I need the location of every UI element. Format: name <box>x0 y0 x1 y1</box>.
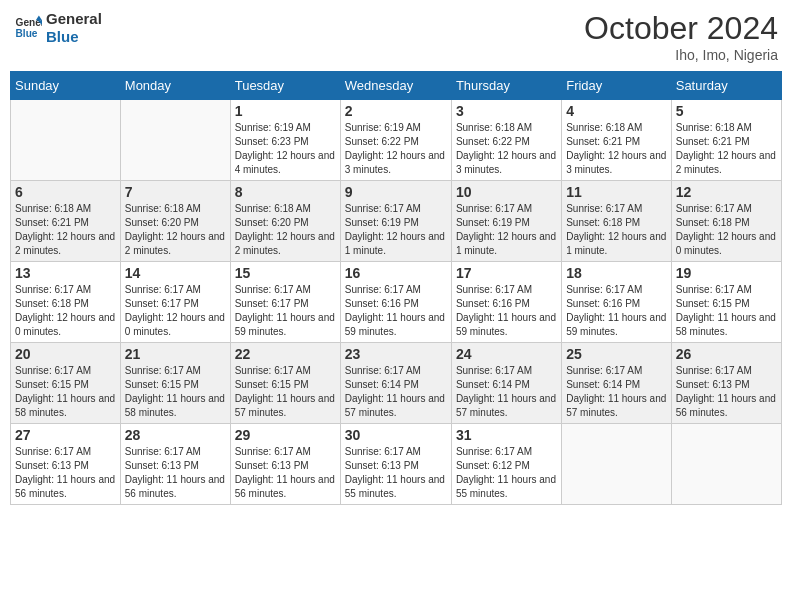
calendar-cell: 12Sunrise: 6:17 AM Sunset: 6:18 PM Dayli… <box>671 181 781 262</box>
day-number: 28 <box>125 427 226 443</box>
calendar-week-row: 13Sunrise: 6:17 AM Sunset: 6:18 PM Dayli… <box>11 262 782 343</box>
month-title: October 2024 <box>584 10 778 47</box>
day-of-week-header: Friday <box>562 72 672 100</box>
day-info: Sunrise: 6:19 AM Sunset: 6:22 PM Dayligh… <box>345 121 447 177</box>
day-number: 2 <box>345 103 447 119</box>
logo-general: General <box>46 10 102 28</box>
page-header: General Blue General Blue October 2024 I… <box>10 10 782 63</box>
calendar-cell: 31Sunrise: 6:17 AM Sunset: 6:12 PM Dayli… <box>451 424 561 505</box>
day-info: Sunrise: 6:17 AM Sunset: 6:15 PM Dayligh… <box>125 364 226 420</box>
title-area: October 2024 Iho, Imo, Nigeria <box>584 10 778 63</box>
calendar-cell: 8Sunrise: 6:18 AM Sunset: 6:20 PM Daylig… <box>230 181 340 262</box>
calendar-cell: 18Sunrise: 6:17 AM Sunset: 6:16 PM Dayli… <box>562 262 672 343</box>
calendar-cell <box>120 100 230 181</box>
day-number: 8 <box>235 184 336 200</box>
day-number: 6 <box>15 184 116 200</box>
day-number: 25 <box>566 346 667 362</box>
calendar-cell: 13Sunrise: 6:17 AM Sunset: 6:18 PM Dayli… <box>11 262 121 343</box>
calendar-week-row: 27Sunrise: 6:17 AM Sunset: 6:13 PM Dayli… <box>11 424 782 505</box>
day-info: Sunrise: 6:17 AM Sunset: 6:13 PM Dayligh… <box>125 445 226 501</box>
day-number: 18 <box>566 265 667 281</box>
day-number: 4 <box>566 103 667 119</box>
day-info: Sunrise: 6:17 AM Sunset: 6:16 PM Dayligh… <box>456 283 557 339</box>
calendar-cell <box>671 424 781 505</box>
day-info: Sunrise: 6:18 AM Sunset: 6:21 PM Dayligh… <box>676 121 777 177</box>
calendar-cell: 7Sunrise: 6:18 AM Sunset: 6:20 PM Daylig… <box>120 181 230 262</box>
day-info: Sunrise: 6:18 AM Sunset: 6:21 PM Dayligh… <box>566 121 667 177</box>
day-number: 5 <box>676 103 777 119</box>
day-info: Sunrise: 6:17 AM Sunset: 6:19 PM Dayligh… <box>456 202 557 258</box>
day-number: 27 <box>15 427 116 443</box>
calendar-cell: 3Sunrise: 6:18 AM Sunset: 6:22 PM Daylig… <box>451 100 561 181</box>
calendar-cell: 9Sunrise: 6:17 AM Sunset: 6:19 PM Daylig… <box>340 181 451 262</box>
calendar-cell: 25Sunrise: 6:17 AM Sunset: 6:14 PM Dayli… <box>562 343 672 424</box>
location-subtitle: Iho, Imo, Nigeria <box>584 47 778 63</box>
day-number: 17 <box>456 265 557 281</box>
day-info: Sunrise: 6:17 AM Sunset: 6:19 PM Dayligh… <box>345 202 447 258</box>
day-info: Sunrise: 6:17 AM Sunset: 6:18 PM Dayligh… <box>566 202 667 258</box>
calendar-cell: 5Sunrise: 6:18 AM Sunset: 6:21 PM Daylig… <box>671 100 781 181</box>
calendar-header-row: SundayMondayTuesdayWednesdayThursdayFrid… <box>11 72 782 100</box>
day-number: 21 <box>125 346 226 362</box>
day-info: Sunrise: 6:17 AM Sunset: 6:14 PM Dayligh… <box>456 364 557 420</box>
day-number: 26 <box>676 346 777 362</box>
day-of-week-header: Thursday <box>451 72 561 100</box>
day-info: Sunrise: 6:17 AM Sunset: 6:15 PM Dayligh… <box>15 364 116 420</box>
calendar-week-row: 6Sunrise: 6:18 AM Sunset: 6:21 PM Daylig… <box>11 181 782 262</box>
day-number: 15 <box>235 265 336 281</box>
day-info: Sunrise: 6:17 AM Sunset: 6:18 PM Dayligh… <box>15 283 116 339</box>
calendar-cell: 22Sunrise: 6:17 AM Sunset: 6:15 PM Dayli… <box>230 343 340 424</box>
day-number: 22 <box>235 346 336 362</box>
calendar-week-row: 1Sunrise: 6:19 AM Sunset: 6:23 PM Daylig… <box>11 100 782 181</box>
day-of-week-header: Monday <box>120 72 230 100</box>
calendar-cell: 17Sunrise: 6:17 AM Sunset: 6:16 PM Dayli… <box>451 262 561 343</box>
day-number: 20 <box>15 346 116 362</box>
day-of-week-header: Saturday <box>671 72 781 100</box>
calendar-cell: 24Sunrise: 6:17 AM Sunset: 6:14 PM Dayli… <box>451 343 561 424</box>
day-info: Sunrise: 6:17 AM Sunset: 6:13 PM Dayligh… <box>676 364 777 420</box>
day-info: Sunrise: 6:17 AM Sunset: 6:17 PM Dayligh… <box>235 283 336 339</box>
calendar-cell: 10Sunrise: 6:17 AM Sunset: 6:19 PM Dayli… <box>451 181 561 262</box>
day-number: 24 <box>456 346 557 362</box>
day-of-week-header: Sunday <box>11 72 121 100</box>
calendar-cell: 1Sunrise: 6:19 AM Sunset: 6:23 PM Daylig… <box>230 100 340 181</box>
day-number: 23 <box>345 346 447 362</box>
day-number: 30 <box>345 427 447 443</box>
logo: General Blue General Blue <box>14 10 102 46</box>
day-info: Sunrise: 6:19 AM Sunset: 6:23 PM Dayligh… <box>235 121 336 177</box>
day-info: Sunrise: 6:17 AM Sunset: 6:16 PM Dayligh… <box>345 283 447 339</box>
calendar-cell: 2Sunrise: 6:19 AM Sunset: 6:22 PM Daylig… <box>340 100 451 181</box>
day-number: 29 <box>235 427 336 443</box>
day-number: 19 <box>676 265 777 281</box>
day-info: Sunrise: 6:17 AM Sunset: 6:16 PM Dayligh… <box>566 283 667 339</box>
day-info: Sunrise: 6:18 AM Sunset: 6:22 PM Dayligh… <box>456 121 557 177</box>
calendar-cell: 19Sunrise: 6:17 AM Sunset: 6:15 PM Dayli… <box>671 262 781 343</box>
day-info: Sunrise: 6:17 AM Sunset: 6:15 PM Dayligh… <box>235 364 336 420</box>
calendar-cell <box>562 424 672 505</box>
calendar-cell: 21Sunrise: 6:17 AM Sunset: 6:15 PM Dayli… <box>120 343 230 424</box>
day-info: Sunrise: 6:17 AM Sunset: 6:15 PM Dayligh… <box>676 283 777 339</box>
day-of-week-header: Wednesday <box>340 72 451 100</box>
day-info: Sunrise: 6:18 AM Sunset: 6:21 PM Dayligh… <box>15 202 116 258</box>
day-info: Sunrise: 6:17 AM Sunset: 6:14 PM Dayligh… <box>345 364 447 420</box>
day-info: Sunrise: 6:17 AM Sunset: 6:13 PM Dayligh… <box>345 445 447 501</box>
calendar-cell: 16Sunrise: 6:17 AM Sunset: 6:16 PM Dayli… <box>340 262 451 343</box>
svg-text:Blue: Blue <box>16 28 38 39</box>
day-info: Sunrise: 6:17 AM Sunset: 6:13 PM Dayligh… <box>15 445 116 501</box>
day-info: Sunrise: 6:18 AM Sunset: 6:20 PM Dayligh… <box>125 202 226 258</box>
day-number: 11 <box>566 184 667 200</box>
day-number: 10 <box>456 184 557 200</box>
calendar-cell: 27Sunrise: 6:17 AM Sunset: 6:13 PM Dayli… <box>11 424 121 505</box>
day-number: 3 <box>456 103 557 119</box>
day-number: 7 <box>125 184 226 200</box>
day-info: Sunrise: 6:17 AM Sunset: 6:13 PM Dayligh… <box>235 445 336 501</box>
day-number: 16 <box>345 265 447 281</box>
calendar-cell: 26Sunrise: 6:17 AM Sunset: 6:13 PM Dayli… <box>671 343 781 424</box>
calendar-week-row: 20Sunrise: 6:17 AM Sunset: 6:15 PM Dayli… <box>11 343 782 424</box>
day-number: 14 <box>125 265 226 281</box>
calendar-cell: 14Sunrise: 6:17 AM Sunset: 6:17 PM Dayli… <box>120 262 230 343</box>
calendar-cell: 6Sunrise: 6:18 AM Sunset: 6:21 PM Daylig… <box>11 181 121 262</box>
calendar-cell <box>11 100 121 181</box>
calendar-cell: 11Sunrise: 6:17 AM Sunset: 6:18 PM Dayli… <box>562 181 672 262</box>
day-number: 31 <box>456 427 557 443</box>
